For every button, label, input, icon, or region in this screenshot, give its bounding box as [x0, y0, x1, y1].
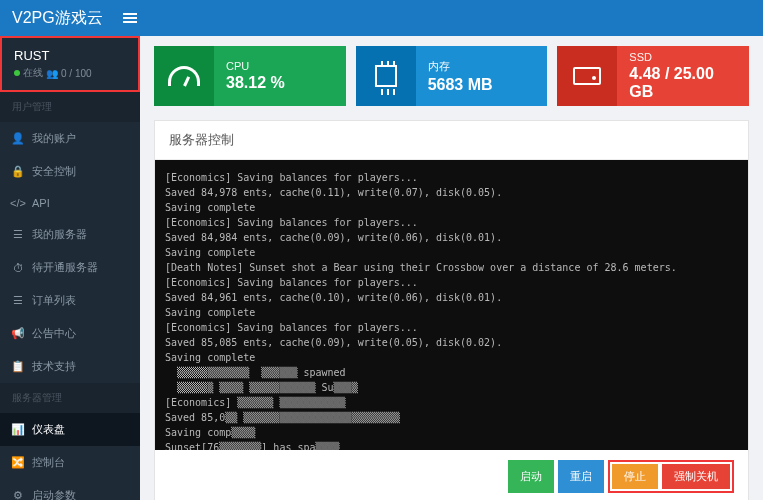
nav-icon: 📢 — [12, 327, 24, 340]
stat-memory: 内存 5683 MB — [356, 46, 548, 106]
nav-icon: 📋 — [12, 360, 24, 373]
nav-label: API — [32, 197, 50, 209]
nav-section-user: 用户管理 — [0, 92, 140, 122]
nav-icon: 🔒 — [12, 165, 24, 178]
sidebar: RUST 在线 👥 0 / 100 用户管理 👤我的账户🔒安全控制</>API☰… — [0, 36, 140, 500]
logo: V2PG游戏云 — [12, 8, 103, 29]
nav-label: 我的账户 — [32, 131, 76, 146]
nav-item-我的服务器[interactable]: ☰我的服务器 — [0, 218, 140, 251]
nav-item-公告中心[interactable]: 📢公告中心 — [0, 317, 140, 350]
nav-item-技术支持[interactable]: 📋技术支持 — [0, 350, 140, 383]
nav-icon: </> — [12, 197, 24, 209]
chip-icon — [356, 46, 416, 106]
server-info-box[interactable]: RUST 在线 👥 0 / 100 — [0, 36, 140, 92]
nav-label: 待开通服务器 — [32, 260, 98, 275]
drive-icon — [557, 46, 617, 106]
nav-label: 启动参数 — [32, 488, 76, 500]
nav-icon: 🔀 — [12, 456, 24, 469]
server-status: 在线 👥 0 / 100 — [14, 66, 126, 80]
nav-item-待开通服务器[interactable]: ⏱待开通服务器 — [0, 251, 140, 284]
stat-ssd: SSD 4.48 / 25.00 GB — [557, 46, 749, 106]
menu-toggle-icon[interactable] — [123, 11, 137, 25]
topbar: V2PG游戏云 — [0, 0, 763, 36]
nav-label: 技术支持 — [32, 359, 76, 374]
stop-group-highlight: 停止 强制关机 — [608, 460, 734, 493]
nav-label: 控制台 — [32, 455, 65, 470]
nav-section-server: 服务器管理 — [0, 383, 140, 413]
nav-label: 我的服务器 — [32, 227, 87, 242]
users-icon: 👥 — [46, 68, 58, 79]
nav-item-订单列表[interactable]: ☰订单列表 — [0, 284, 140, 317]
nav-icon: 👤 — [12, 132, 24, 145]
nav-label: 仪表盘 — [32, 422, 65, 437]
nav-label: 安全控制 — [32, 164, 76, 179]
stat-cpu: CPU 38.12 % — [154, 46, 346, 106]
nav-item-安全控制[interactable]: 🔒安全控制 — [0, 155, 140, 188]
nav-label: 订单列表 — [32, 293, 76, 308]
control-panel: 服务器控制 [Economics] Saving balances for pl… — [154, 120, 749, 500]
nav-icon: ☰ — [12, 294, 24, 307]
stats-row: CPU 38.12 % 内存 5683 MB SSD 4.48 / 25.00 … — [154, 46, 749, 106]
restart-button[interactable]: 重启 — [558, 460, 604, 493]
nav-icon: ☰ — [12, 228, 24, 241]
action-bar: 启动 重启 停止 强制关机 — [155, 450, 748, 500]
main-content: CPU 38.12 % 内存 5683 MB SSD 4.48 / 25.00 … — [140, 36, 763, 500]
nav-icon: 📊 — [12, 423, 24, 436]
server-name: RUST — [14, 48, 126, 63]
nav-item-API[interactable]: </>API — [0, 188, 140, 218]
start-button[interactable]: 启动 — [508, 460, 554, 493]
nav-item-我的账户[interactable]: 👤我的账户 — [0, 122, 140, 155]
nav-label: 公告中心 — [32, 326, 76, 341]
nav-item-启动参数[interactable]: ⚙启动参数 — [0, 479, 140, 500]
console-output[interactable]: [Economics] Saving balances for players.… — [155, 160, 748, 450]
nav-item-仪表盘[interactable]: 📊仪表盘 — [0, 413, 140, 446]
status-dot-icon — [14, 70, 20, 76]
panel-title: 服务器控制 — [155, 121, 748, 160]
gauge-icon — [154, 46, 214, 106]
nav-icon: ⚙ — [12, 489, 24, 500]
nav-icon: ⏱ — [12, 262, 24, 274]
stop-button[interactable]: 停止 — [612, 464, 658, 489]
force-kill-button[interactable]: 强制关机 — [662, 464, 730, 489]
nav-item-控制台[interactable]: 🔀控制台 — [0, 446, 140, 479]
